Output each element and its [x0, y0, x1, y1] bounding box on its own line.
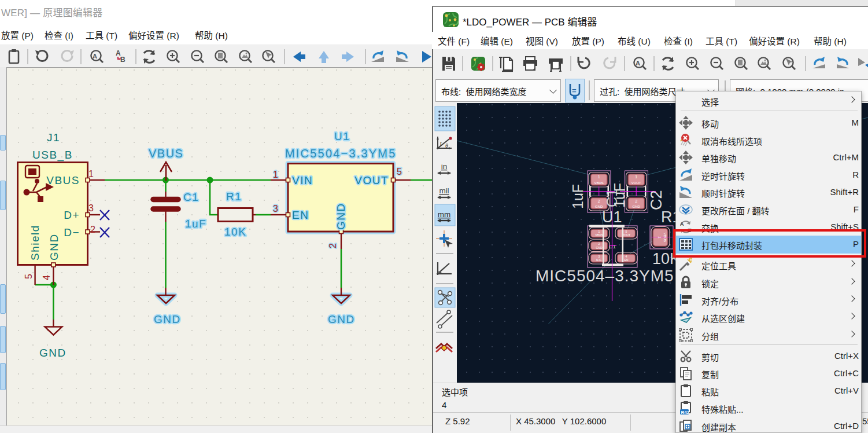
svg-text:VOUT: VOUT — [354, 174, 389, 186]
svg-text:10K: 10K — [224, 226, 246, 238]
svg-text:GND: GND — [48, 233, 60, 260]
svg-text:D−: D− — [64, 226, 80, 238]
svg-text:GND: GND — [633, 205, 641, 208]
svg-text:1: 1 — [599, 230, 600, 233]
svg-text:USB_B: USB_B — [32, 149, 73, 162]
svg-text:VOUT: VOUT — [622, 233, 630, 237]
svg-text:1: 1 — [635, 175, 637, 179]
svg-text:VOUT: VOUT — [631, 181, 641, 185]
svg-text:2: 2 — [599, 242, 600, 245]
svg-text:A: A — [680, 221, 684, 227]
svg-text:C2: C2 — [648, 190, 665, 210]
svg-text:A: A — [93, 53, 97, 60]
svg-text:GND: GND — [328, 313, 355, 325]
svg-text:MIC5504−3.3YM5: MIC5504−3.3YM5 — [285, 147, 397, 160]
svg-text:C1: C1 — [604, 189, 620, 207]
svg-text:2: 2 — [598, 199, 600, 203]
svg-text:R1: R1 — [226, 190, 242, 203]
svg-text:1uF: 1uF — [185, 218, 206, 230]
svg-text:VBUS: VBUS — [149, 147, 183, 160]
svg-text:3: 3 — [273, 204, 278, 214]
svg-text:VBUS: VBUS — [595, 233, 603, 237]
svg-text:5: 5 — [24, 274, 34, 279]
svg-text:R42: R42 — [681, 410, 690, 415]
svg-text:A: A — [636, 60, 640, 67]
svg-text:2: 2 — [328, 243, 338, 248]
svg-text:U1: U1 — [602, 208, 622, 226]
svg-text:N.C.: N.C. — [596, 258, 602, 262]
svg-text:VIN: VIN — [292, 174, 313, 186]
svg-text:1: 1 — [273, 170, 278, 179]
svg-text:EN: EN — [292, 209, 309, 221]
svg-text:D+: D+ — [64, 209, 80, 221]
svg-text:2: 2 — [90, 225, 95, 234]
svg-text:3: 3 — [599, 255, 600, 258]
svg-text:1: 1 — [88, 169, 94, 179]
svg-text:Shield: Shield — [29, 225, 41, 260]
svg-text:GND: GND — [154, 313, 181, 325]
svg-text:GND: GND — [596, 246, 603, 249]
svg-text:5: 5 — [626, 230, 627, 233]
svg-text:=: = — [572, 86, 577, 95]
svg-text:4: 4 — [42, 275, 51, 280]
svg-text:θ: θ — [445, 142, 448, 149]
svg-text:B: B — [120, 56, 125, 64]
svg-text:4: 4 — [626, 255, 627, 258]
svg-text:5: 5 — [397, 167, 402, 177]
svg-text:GND: GND — [39, 347, 67, 359]
svg-text:U1: U1 — [334, 130, 350, 142]
svg-text:2: 2 — [635, 199, 637, 203]
svg-text:1: 1 — [598, 175, 600, 179]
svg-text:EN: EN — [625, 258, 629, 262]
svg-text:VBUS: VBUS — [594, 181, 604, 185]
svg-text:1uF: 1uF — [570, 184, 586, 209]
svg-text:3: 3 — [88, 203, 94, 213]
svg-text:in: in — [441, 162, 448, 171]
svg-text:MIC5504–3.3YM5: MIC5504–3.3YM5 — [535, 267, 674, 285]
svg-text:J1: J1 — [47, 131, 60, 144]
svg-text:C1: C1 — [183, 191, 199, 203]
svg-text:VBUS: VBUS — [46, 174, 80, 186]
svg-text:mil: mil — [439, 186, 449, 195]
svg-text:GND: GND — [335, 203, 347, 230]
svg-text:mm: mm — [438, 210, 451, 219]
